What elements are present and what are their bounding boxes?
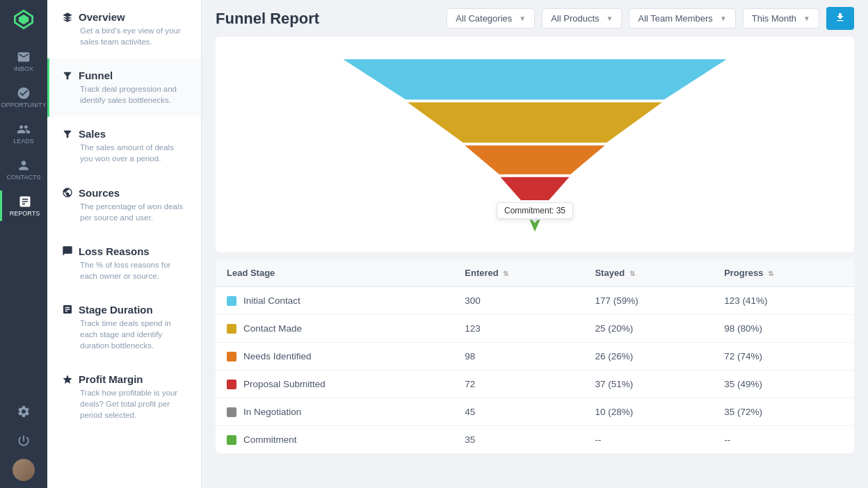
menu-item-funnel[interactable]: Funnel Track deal progression and identi…: [47, 58, 201, 117]
chevron-down-icon: ▼: [606, 15, 613, 22]
col-lead-stage[interactable]: Lead Stage: [216, 259, 453, 287]
funnel-chart: Commitment: 35: [230, 51, 840, 238]
stayed-value: --: [584, 426, 713, 454]
stage-name: Initial Contact: [243, 295, 300, 306]
sidebar-item-inbox[interactable]: INBOX: [0, 46, 47, 76]
main-content: Funnel Report All Categories ▼ All Produ…: [202, 0, 868, 488]
stage-color-dot: [227, 296, 236, 306]
sidebar-item-leads[interactable]: LEADS: [0, 118, 47, 149]
sidebar-item-reports[interactable]: REPORTS: [0, 190, 47, 221]
stage-name: Contact Made: [243, 323, 302, 334]
sidebar-item-contacts[interactable]: CONTACTS: [0, 154, 47, 185]
sort-entered-icon: ⇅: [503, 270, 508, 277]
products-filter[interactable]: All Products ▼: [542, 8, 622, 29]
stage-color-dot: [227, 407, 236, 417]
progress-value: 72 (74%): [713, 343, 854, 371]
progress-value: 98 (80%): [713, 315, 854, 343]
table-row: Contact Made 123 25 (20%) 98 (80%): [216, 315, 854, 343]
menu-item-stage-duration[interactable]: Stage Duration Track time deals spend in…: [47, 293, 201, 362]
stage-name: Needs Identified: [243, 351, 312, 361]
stage-color-dot: [227, 324, 236, 334]
entered-value: 300: [453, 287, 584, 315]
col-progress[interactable]: Progress ⇅: [713, 259, 854, 287]
sources-icon: [62, 187, 73, 198]
overview-icon: [62, 12, 73, 23]
menu-item-sources[interactable]: Sources The percentage of won deals per …: [47, 176, 201, 234]
stage-name: Commitment: [243, 434, 297, 445]
stayed-value: 10 (28%): [584, 398, 713, 426]
stage-color-dot: [227, 435, 236, 445]
table-row: Commitment 35 -- --: [216, 426, 854, 454]
stayed-value: 177 (59%): [584, 287, 713, 315]
sort-progress-icon: ⇅: [768, 270, 773, 277]
settings-icon-btn[interactable]: [13, 400, 35, 424]
entered-value: 35: [453, 426, 584, 454]
col-entered[interactable]: Entered ⇅: [453, 259, 584, 287]
stage-color-dot: [227, 380, 236, 389]
progress-value: 35 (49%): [713, 371, 854, 398]
sidebar-item-opportunity[interactable]: OPPORTUNITY: [0, 82, 47, 113]
sort-stayed-icon: ⇅: [629, 270, 635, 277]
col-stayed[interactable]: Stayed ⇅: [584, 259, 713, 287]
left-panel: Overview Get a bird's eye view of your s…: [47, 0, 202, 488]
categories-filter[interactable]: All Categories ▼: [447, 8, 535, 29]
progress-value: 35 (72%): [713, 398, 854, 426]
profit-margin-icon: [62, 374, 73, 385]
header: Funnel Report All Categories ▼ All Produ…: [202, 0, 868, 37]
entered-value: 98: [453, 343, 584, 371]
chevron-down-icon: ▼: [519, 15, 526, 22]
data-table: Lead Stage Entered ⇅ Stayed ⇅ Progress ⇅: [216, 259, 854, 453]
user-avatar[interactable]: [13, 459, 35, 481]
stage-name: In Negotiation: [243, 407, 301, 417]
download-button[interactable]: [826, 7, 854, 30]
team-members-filter[interactable]: All Team Members ▼: [629, 8, 735, 29]
menu-item-sales[interactable]: Sales The sales amount of deals you won …: [47, 117, 201, 175]
stayed-value: 25 (20%): [584, 315, 713, 343]
chevron-down-icon: ▼: [720, 15, 727, 22]
entered-value: 123: [453, 315, 584, 343]
table-row: Proposal Submitted 72 37 (51%) 35 (49%): [216, 371, 854, 398]
stayed-value: 26 (26%): [584, 343, 713, 371]
chart-area: Commitment: 35: [216, 37, 854, 252]
sales-icon: [62, 129, 73, 140]
entered-value: 45: [453, 398, 584, 426]
app-logo[interactable]: [11, 7, 36, 35]
stage-name: Proposal Submitted: [243, 379, 326, 389]
funnel-tooltip: Commitment: 35: [497, 202, 573, 219]
menu-item-profit-margin[interactable]: Profit Margin Track how profitable is yo…: [47, 362, 201, 432]
menu-item-loss-reasons[interactable]: Loss Reasons The % of loss reasons for e…: [47, 234, 201, 293]
progress-value: 123 (41%): [713, 287, 854, 315]
table-row: Needs Identified 98 26 (26%) 72 (74%): [216, 343, 854, 371]
logout-icon-btn[interactable]: [13, 430, 35, 453]
funnel-icon: [62, 70, 73, 81]
stage-color-dot: [227, 352, 236, 361]
icon-sidebar: INBOX OPPORTUNITY LEADS CONTACTS REPORTS: [0, 0, 47, 488]
chevron-down-icon: ▼: [803, 15, 810, 22]
table-row: In Negotiation 45 10 (28%) 35 (72%): [216, 398, 854, 426]
menu-item-overview[interactable]: Overview Get a bird's eye view of your s…: [47, 0, 201, 58]
table-row: Initial Contact 300 177 (59%) 123 (41%): [216, 287, 854, 315]
loss-reasons-icon: [62, 245, 73, 257]
stayed-value: 37 (51%): [584, 371, 713, 398]
period-filter[interactable]: This Month ▼: [743, 8, 819, 29]
stage-duration-icon: [62, 304, 73, 315]
entered-value: 72: [453, 371, 584, 398]
page-title: Funnel Report: [216, 10, 440, 28]
progress-value: --: [713, 426, 854, 454]
